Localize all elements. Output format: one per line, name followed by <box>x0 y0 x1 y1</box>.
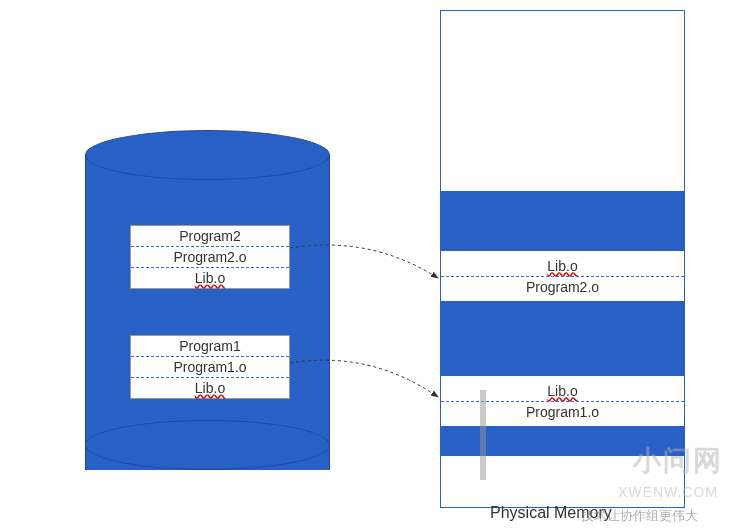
program1-title: Program1 <box>131 336 289 357</box>
arrow-p2-to-memory <box>290 240 450 304</box>
program1-object: Program1.o <box>131 357 289 378</box>
memory-p2-obj: Program2.o <box>441 277 684 297</box>
memory-program2-segment: Lib.o Program2.o <box>441 251 684 301</box>
memory-program1-segment: Lib.o Program1.o <box>441 376 684 426</box>
watermark-logo: 小问网 <box>633 442 723 480</box>
program1-box: Program1 Program1.o Lib.o <box>130 335 290 399</box>
watermark-slogan: 技术让协作组更伟大 <box>581 507 698 525</box>
program2-box: Program2 Program2.o Lib.o <box>130 225 290 289</box>
watermark-url: XWENW.COM <box>618 484 718 500</box>
memory-empty-top <box>441 11 684 191</box>
arrow-p1-to-memory <box>290 355 450 419</box>
cylinder-bottom <box>85 420 330 470</box>
watermark-bar <box>480 390 486 480</box>
memory-p2-lib: Lib.o <box>441 256 684 276</box>
cylinder-top <box>85 130 330 180</box>
program2-title: Program2 <box>131 226 289 247</box>
program2-lib: Lib.o <box>131 268 289 288</box>
program1-lib: Lib.o <box>131 378 289 398</box>
physical-memory: Lib.o Program2.o Lib.o Program1.o <box>440 10 685 508</box>
memory-p1-obj: Program1.o <box>441 402 684 422</box>
program2-object: Program2.o <box>131 247 289 268</box>
memory-used-1 <box>441 191 684 251</box>
memory-used-2 <box>441 301 684 376</box>
memory-p1-lib: Lib.o <box>441 381 684 401</box>
